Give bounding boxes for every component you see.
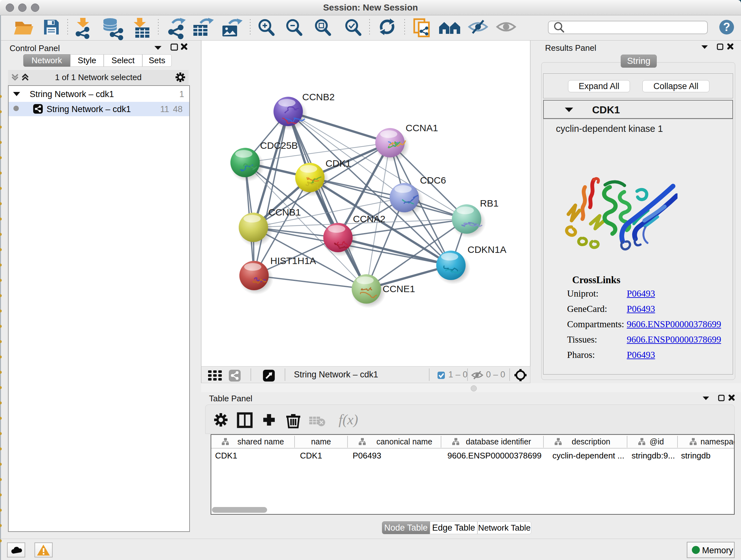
svg-text:database identifier: database identifier [466,437,531,446]
svg-text:name: name [311,437,331,446]
svg-text:CDC6: CDC6 [420,175,446,186]
svg-text:CDKN1A: CDKN1A [468,244,507,255]
svg-text:CCNB1: CCNB1 [268,207,301,217]
svg-text:CCNA1: CCNA1 [406,123,438,133]
svg-text:CCNA2: CCNA2 [353,213,386,224]
svg-text:RB1: RB1 [480,198,498,208]
svg-text:shared name: shared name [238,437,284,446]
svg-text:namespac: namespac [700,437,734,446]
svg-text:description: description [572,437,610,446]
svg-text:0 – 0: 0 – 0 [486,370,505,379]
svg-text:f(x): f(x) [339,412,358,428]
svg-text:1 – 0: 1 – 0 [448,370,468,379]
svg-text:CDC25B: CDC25B [260,140,298,151]
svg-text:CCNE1: CCNE1 [383,284,415,294]
svg-text:String Network – cdk1: String Network – cdk1 [294,370,378,379]
svg-text:?: ? [723,20,730,34]
svg-text:@id: @id [650,437,664,446]
svg-text:canonical name: canonical name [376,437,432,446]
svg-text:CDK1: CDK1 [326,158,351,169]
svg-text:CCNB2: CCNB2 [302,91,335,102]
svg-text:HIST1H1A: HIST1H1A [270,255,316,266]
